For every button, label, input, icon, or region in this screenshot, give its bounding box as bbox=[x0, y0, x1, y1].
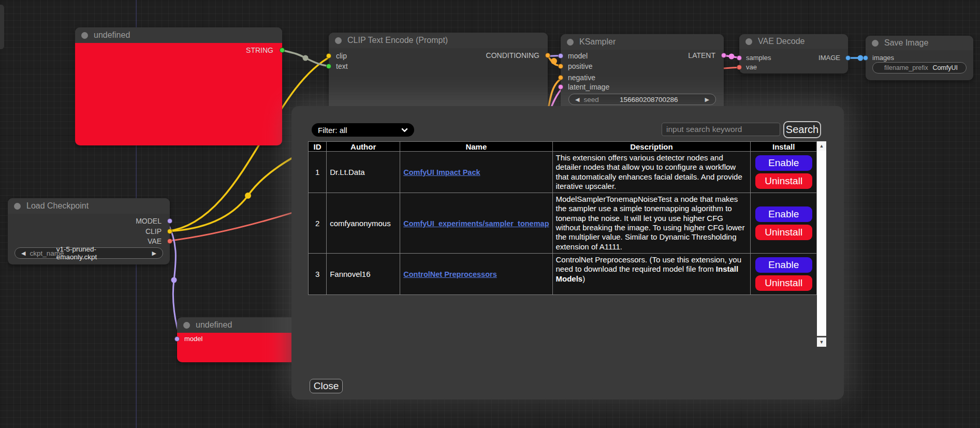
node-title-bar[interactable]: Save Image bbox=[866, 36, 973, 50]
model-input-label: model bbox=[568, 51, 588, 61]
image-output-label: IMAGE bbox=[818, 53, 840, 63]
cell-author: Dr.Lt.Data bbox=[327, 152, 400, 193]
enable-button[interactable]: Enable bbox=[755, 155, 812, 171]
node-vae-decode[interactable]: VAE Decode samples vae IMAGE bbox=[739, 34, 848, 73]
string-output-port[interactable] bbox=[280, 48, 285, 53]
decrement-arrow-icon[interactable]: ◀ bbox=[575, 94, 579, 105]
vae-input-port[interactable] bbox=[737, 65, 742, 70]
node-collapse-dot[interactable] bbox=[14, 203, 21, 210]
uninstall-button[interactable]: Uninstall bbox=[755, 225, 812, 240]
enable-button[interactable]: Enable bbox=[755, 257, 812, 273]
link-dot-model bbox=[171, 277, 177, 283]
node-load-checkpoint[interactable]: Load Checkpoint MODEL CLIP VAE ◀ ckpt_na… bbox=[8, 198, 170, 264]
model-output-port[interactable] bbox=[167, 218, 172, 224]
node-title-bar[interactable]: undefined bbox=[75, 27, 282, 43]
extension-link[interactable]: ComfyUI Impact Pack bbox=[403, 168, 480, 176]
decrement-arrow-icon[interactable]: ◀ bbox=[21, 247, 25, 259]
node-title-bar[interactable]: undefined bbox=[177, 317, 311, 333]
node-collapse-dot[interactable] bbox=[872, 40, 879, 47]
latent-image-input-port[interactable] bbox=[558, 84, 563, 90]
model-input-port[interactable] bbox=[174, 336, 180, 342]
node-collapse-dot[interactable] bbox=[745, 38, 752, 45]
node-collapse-dot[interactable] bbox=[567, 39, 574, 46]
ckpt-name-widget[interactable]: ◀ ckpt_name v1-5-pruned-emaonly.ckpt ▶ bbox=[14, 247, 163, 259]
string-output-label: STRING bbox=[246, 45, 273, 55]
node-title: undefined bbox=[94, 31, 130, 40]
node-title: CLIP Text Encode (Prompt) bbox=[347, 36, 448, 45]
negative-input-label: negative bbox=[568, 72, 595, 83]
scrollbar-thumb[interactable] bbox=[817, 151, 826, 336]
search-input[interactable] bbox=[662, 123, 780, 136]
increment-arrow-icon[interactable]: ▶ bbox=[705, 94, 709, 105]
scrollbar-track[interactable]: ▲ ▼ bbox=[817, 141, 826, 347]
latent-output-port[interactable] bbox=[721, 53, 726, 58]
node-title-bar[interactable]: KSampler bbox=[561, 34, 724, 50]
search-button[interactable]: Search bbox=[783, 121, 821, 138]
vae-output-port[interactable] bbox=[167, 239, 172, 244]
image-output-port[interactable] bbox=[845, 55, 851, 61]
node-clip-text-encode[interactable]: CLIP Text Encode (Prompt) clip text COND… bbox=[329, 33, 548, 111]
table-row: 2 comfyanonymous ComfyUI_experiments/sam… bbox=[309, 193, 817, 254]
link-dot-image bbox=[858, 55, 864, 61]
latent-image-input-label: latent_image bbox=[568, 82, 609, 92]
seed-widget[interactable]: ◀ seed 156680208700286 ▶ bbox=[568, 94, 716, 105]
description-text: ControlNet Preprocessors. (To use this e… bbox=[556, 255, 742, 273]
extension-table: ID Author Name Description Install 1 Dr.… bbox=[308, 141, 817, 295]
filter-select-value: Filter: all bbox=[318, 126, 347, 135]
text-input-port[interactable] bbox=[326, 64, 331, 69]
node-title: Save Image bbox=[884, 38, 928, 48]
node-title-bar[interactable]: Load Checkpoint bbox=[8, 198, 170, 214]
node-ksampler[interactable]: KSampler model positive negative latent_… bbox=[561, 34, 724, 111]
cell-id: 1 bbox=[309, 152, 327, 193]
extension-link[interactable]: ControlNet Preprocessors bbox=[403, 270, 497, 278]
header-name: Name bbox=[400, 142, 552, 152]
vae-output-label: VAE bbox=[148, 236, 162, 246]
node-collapse-dot[interactable] bbox=[335, 37, 342, 44]
uninstall-button[interactable]: Uninstall bbox=[755, 173, 812, 189]
increment-arrow-icon[interactable]: ▶ bbox=[152, 247, 156, 259]
node-undefined-bottom[interactable]: undefined model bbox=[177, 317, 311, 362]
clip-input-port[interactable] bbox=[326, 53, 331, 58]
extension-manager-dialog: Filter: all Search ID Author Name Descri… bbox=[291, 106, 844, 400]
filename-prefix-label: filename_prefix bbox=[884, 64, 928, 71]
chevron-down-icon bbox=[401, 128, 408, 132]
node-collapse-dot[interactable] bbox=[183, 322, 190, 329]
cell-description: ModelSamplerTonemapNoiseTest a node that… bbox=[552, 193, 751, 254]
cell-id: 2 bbox=[309, 193, 327, 254]
scroll-down-button[interactable]: ▼ bbox=[817, 337, 826, 347]
node-title: VAE Decode bbox=[758, 37, 805, 46]
model-input-port[interactable] bbox=[558, 53, 563, 58]
close-button[interactable]: Close bbox=[310, 379, 343, 393]
images-input-port[interactable] bbox=[863, 55, 868, 61]
description-text: ) bbox=[582, 274, 585, 283]
scroll-down-icon: ▼ bbox=[820, 340, 824, 345]
samples-input-port[interactable] bbox=[737, 55, 742, 61]
scroll-up-button[interactable]: ▲ bbox=[817, 141, 826, 151]
node-collapse-dot[interactable] bbox=[81, 32, 88, 39]
images-input-label: images bbox=[872, 53, 894, 63]
node-title-bar[interactable]: CLIP Text Encode (Prompt) bbox=[329, 33, 548, 48]
scroll-up-icon: ▲ bbox=[820, 143, 824, 149]
uninstall-button[interactable]: Uninstall bbox=[755, 275, 812, 291]
ckpt-name-value: v1-5-pruned-emaonly.ckpt bbox=[56, 245, 130, 261]
negative-input-port[interactable] bbox=[558, 75, 563, 80]
latent-output-label: LATENT bbox=[688, 50, 715, 61]
table-row: 3 Fannovel16 ControlNet Preprocessors Co… bbox=[309, 253, 817, 294]
filter-select[interactable]: Filter: all bbox=[312, 123, 414, 137]
filename-prefix-value: ComfyUI bbox=[932, 64, 958, 71]
node-undefined-top[interactable]: undefined STRING bbox=[75, 27, 282, 145]
filename-prefix-widget[interactable]: filename_prefix ComfyUI bbox=[872, 62, 967, 73]
clip-output-port[interactable] bbox=[167, 229, 172, 234]
extension-link[interactable]: ComfyUI_experiments/sampler_tonemap bbox=[403, 219, 549, 228]
link-dot-clip bbox=[245, 193, 251, 199]
node-graph-canvas[interactable]: undefined STRING CLIP Text Encode (Promp… bbox=[0, 0, 980, 428]
enable-button[interactable]: Enable bbox=[755, 206, 812, 222]
node-save-image[interactable]: Save Image images filename_prefix ComfyU… bbox=[866, 36, 973, 80]
header-author: Author bbox=[327, 142, 400, 152]
cell-author: Fannovel16 bbox=[327, 253, 400, 294]
header-description: Description bbox=[552, 142, 751, 152]
node-title-bar[interactable]: VAE Decode bbox=[739, 34, 848, 49]
conditioning-output-port[interactable] bbox=[545, 53, 550, 58]
node-title: undefined bbox=[196, 320, 232, 330]
positive-input-port[interactable] bbox=[558, 64, 563, 69]
